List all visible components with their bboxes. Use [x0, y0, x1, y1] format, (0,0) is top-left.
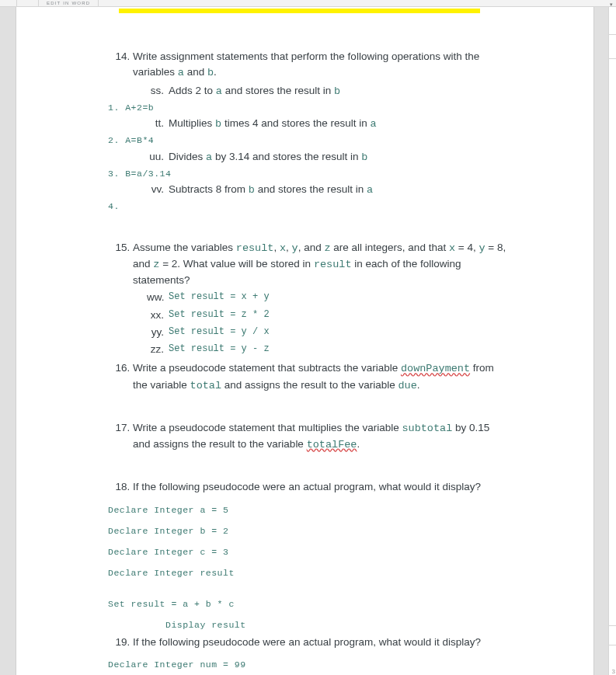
sub-label: yy.	[147, 325, 164, 340]
q14-var-b: b	[207, 67, 214, 78]
q14-sub-tt: tt. Multiplies b times 4 and stores the …	[147, 116, 508, 132]
sub-code: Set result = x + y	[169, 290, 270, 305]
q15-sub-zz: zz. Set result = y - z	[147, 342, 508, 357]
v: b	[249, 184, 255, 196]
q14-ans-1: 1. A+2=b	[108, 101, 508, 114]
t: = 4,	[455, 242, 479, 253]
sub-text: Multiplies b times 4 and stores the resu…	[169, 116, 377, 132]
q18-code-l4: Declare Integer result	[108, 566, 508, 579]
v: result	[314, 259, 352, 270]
t: .	[417, 379, 420, 391]
sub-code: Set result = z * 2	[169, 308, 270, 323]
q14-text-c: .	[214, 66, 217, 78]
sub-label: vv.	[147, 182, 164, 198]
t: Multiplies	[169, 117, 215, 129]
q14-var-a: a	[178, 67, 184, 78]
v: a	[367, 184, 373, 196]
sub-label: xx.	[147, 308, 164, 323]
viewport: EDIT IN WORD ▾ 3 Write assignment statem…	[0, 0, 616, 675]
question-15: Assume the variables result, x, y, and z…	[133, 240, 508, 358]
q14-ans-3: 3. B=a/3.14	[108, 167, 508, 180]
edit-in-word-button[interactable]: EDIT IN WORD	[38, 0, 99, 6]
v: b	[334, 85, 340, 97]
t: Subtracts 8 from	[169, 183, 249, 195]
q14-sub-ss: ss. Adds 2 to a and stores the result in…	[147, 83, 508, 99]
t: and assigns the result to the variable	[221, 379, 398, 391]
question-19: If the following pseudocode were an actu…	[133, 635, 508, 675]
t: and stores the result in	[255, 183, 367, 195]
sub-code: Set result = y / x	[169, 325, 270, 340]
question-14: Write assignment statements that perform…	[133, 49, 508, 214]
sub-code: Set result = y - z	[169, 342, 270, 357]
v-due: due	[398, 380, 416, 391]
v: b	[361, 151, 367, 163]
toolbar-segment-left	[0, 0, 17, 6]
t: are all integers, and that	[331, 242, 449, 253]
v: result	[236, 242, 274, 254]
q14-text-b: and	[184, 66, 207, 78]
t: and stores the result in	[222, 85, 334, 96]
t: Write a pseudocode statement that multip…	[133, 422, 402, 433]
sub-text: Divides a by 3.14 and stores the result …	[169, 149, 367, 165]
t: Adds 2 to	[169, 85, 216, 96]
q18-code-l2: Declare Integer b = 2	[108, 524, 508, 538]
q14-ans-4: 4.	[108, 200, 508, 213]
document-page: Write assignment statements that perform…	[16, 7, 594, 675]
sub-text: Subtracts 8 from b and stores the result…	[169, 182, 373, 198]
v: x	[449, 242, 455, 254]
t: ,	[286, 242, 292, 253]
page-number-indicator: 3	[612, 668, 615, 675]
sub-label: tt.	[147, 116, 164, 132]
top-toolbar: EDIT IN WORD ▾	[0, 0, 616, 7]
t: ,	[273, 242, 280, 253]
q19-code-l1: Declare Integer num = 99	[108, 658, 508, 671]
q18-code-l5: Set result = a + b * c	[108, 597, 508, 611]
question-list: Write assignment statements that perform…	[108, 49, 508, 675]
q18-code-l3: Declare Integer c = 3	[108, 545, 508, 558]
v-downpayment: downPayment	[401, 363, 470, 374]
t: Divides	[169, 151, 206, 162]
sub-label: uu.	[147, 149, 164, 165]
q18-text: If the following pseudocode were an actu…	[133, 481, 481, 492]
v-subtotal: subtotal	[402, 423, 452, 434]
q14-ans-2: 2. A=B*4	[108, 134, 508, 147]
sub-label: ss.	[147, 83, 164, 99]
question-17: Write a pseudocode statement that multip…	[133, 420, 508, 454]
sidebar-tile-top[interactable]	[609, 34, 616, 59]
sub-label: zz.	[147, 342, 164, 357]
v: y	[292, 242, 298, 254]
v: z	[324, 242, 330, 254]
question-18: If the following pseudocode were an actu…	[133, 479, 508, 632]
t: by 3.14 and stores the result in	[212, 151, 361, 162]
q15-sub-yy: yy. Set result = y / x	[147, 325, 508, 340]
q18-code-l6: Display result	[165, 618, 508, 632]
v: x	[280, 242, 286, 254]
document-canvas[interactable]: Write assignment statements that perform…	[0, 7, 608, 675]
highlight-strip	[119, 9, 480, 13]
q15-sub-xx: xx. Set result = z * 2	[147, 308, 508, 323]
v-total: total	[190, 380, 222, 391]
q14-sub-vv: vv. Subtracts 8 from b and stores the re…	[147, 182, 508, 198]
right-sidebar: 3	[608, 7, 616, 675]
q19-text: If the following pseudocode were an actu…	[133, 636, 481, 648]
v-totalfee: totalFee	[307, 439, 357, 451]
t: = 2. What value will be stored in	[159, 258, 313, 270]
q15-sub-ww: ww. Set result = x + y	[147, 290, 508, 305]
v: b	[215, 118, 221, 130]
t: Write a pseudocode statement that subtra…	[133, 362, 401, 374]
question-16: Write a pseudocode statement that subtra…	[133, 360, 508, 394]
t: Assume the variables	[133, 242, 236, 253]
sub-label: ww.	[147, 290, 164, 305]
t: .	[357, 438, 360, 450]
q18-code-l1: Declare Integer a = 5	[108, 503, 508, 517]
t: times 4 and stores the result in	[221, 117, 370, 129]
v: a	[216, 85, 222, 97]
v: a	[206, 151, 212, 163]
v: y	[479, 242, 485, 254]
t: , and	[298, 242, 325, 253]
v: a	[370, 118, 376, 130]
sidebar-tile-bottom[interactable]	[609, 625, 616, 645]
sub-text: Adds 2 to a and stores the result in b	[169, 83, 340, 99]
q14-sub-uu: uu. Divides a by 3.14 and stores the res…	[147, 149, 508, 165]
